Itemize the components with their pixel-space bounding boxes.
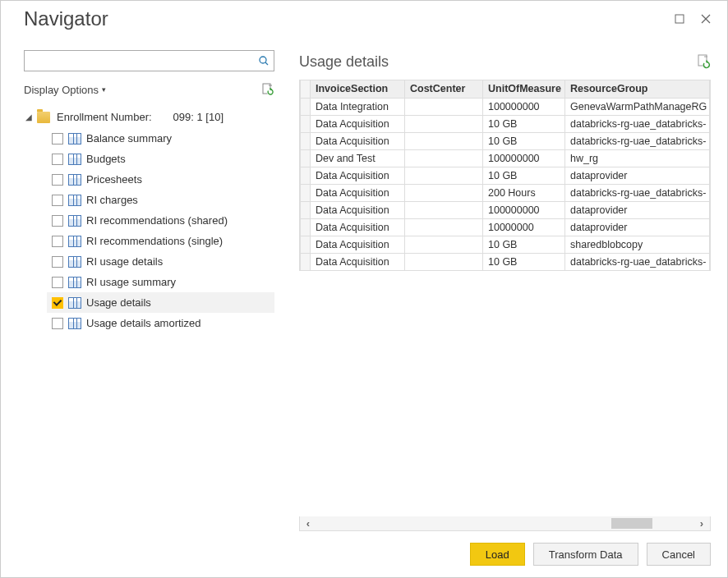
table-row[interactable]: Data Acquisition10000000dataprovider (301, 218, 710, 236)
refresh-icon (261, 83, 274, 96)
row-header (301, 115, 311, 132)
tree-root[interactable]: ◢ Enrollment Number: 099: 1 [10] (24, 108, 274, 126)
cell-costcenter (405, 132, 483, 149)
cell-resourcegroup: databricks-rg-uae_databricks- (565, 184, 710, 201)
table-row[interactable]: Data Acquisition10 GBdatabricks-rg-uae_d… (301, 115, 710, 132)
cell-invoicesection: Data Acquisition (311, 236, 405, 253)
checkbox[interactable] (52, 154, 63, 165)
table-icon (68, 195, 81, 206)
preview-table-wrap: InvoiceSection CostCenter UnitOfMeasure … (299, 80, 711, 271)
right-pane: Usage details InvoiceSection CostCenter … (299, 50, 711, 531)
display-options-row: Display Options ▾ (24, 80, 274, 99)
tree-item[interactable]: Balance summary (47, 128, 274, 149)
tree-item-label: RI usage summary (86, 276, 176, 288)
checkbox[interactable] (52, 318, 63, 329)
checkbox[interactable] (52, 236, 63, 247)
titlebar: Navigator (1, 1, 727, 37)
cell-costcenter (405, 218, 483, 236)
load-button[interactable]: Load (470, 543, 525, 566)
table-header-row: InvoiceSection CostCenter UnitOfMeasure … (301, 80, 710, 98)
tree-item[interactable]: Usage details (47, 292, 274, 313)
col-invoicesection[interactable]: InvoiceSection (311, 80, 405, 98)
table-row[interactable]: Data Acquisition10 GBsharedblobcopy (301, 236, 710, 253)
tree-item-label: Budgets (86, 153, 126, 165)
table-icon (68, 277, 81, 288)
horizontal-scrollbar[interactable]: ‹ › (299, 516, 711, 531)
maximize-button[interactable] (668, 7, 691, 30)
table-row[interactable]: Data Acquisition200 Hoursdatabricks-rg-u… (301, 184, 710, 201)
checkbox[interactable] (52, 174, 63, 186)
checkbox[interactable] (52, 215, 63, 227)
table-row[interactable]: Data Acquisition10 GBdatabricks-rg-uae_d… (301, 132, 710, 149)
footer: Load Transform Data Cancel (1, 531, 727, 577)
tree-root-label: Enrollment Number: (57, 111, 152, 123)
col-resourcegroup[interactable]: ResourceGroup (565, 80, 710, 98)
search-input[interactable] (25, 51, 254, 71)
svg-point-3 (260, 57, 266, 63)
tree-item[interactable]: Budgets (47, 149, 274, 169)
collapse-icon: ◢ (25, 112, 34, 122)
cell-resourcegroup: sharedblobcopy (565, 236, 710, 253)
tree-item[interactable]: RI charges (47, 190, 274, 210)
tree-item[interactable]: RI recommendations (single) (47, 231, 274, 251)
tree-item-label: Balance summary (86, 132, 172, 144)
scroll-thumb[interactable] (611, 518, 652, 529)
cell-invoicesection: Data Acquisition (311, 201, 405, 218)
checkbox[interactable] (52, 195, 63, 206)
cell-resourcegroup: dataprovider (565, 201, 710, 218)
cell-costcenter (405, 149, 483, 167)
cell-resourcegroup: GenevaWarmPathManageRG (565, 98, 710, 115)
tree-item-label: Pricesheets (86, 173, 142, 186)
cell-costcenter (405, 253, 483, 270)
cell-costcenter (405, 201, 483, 218)
cell-resourcegroup: databricks-rg-uae_databricks- (565, 132, 710, 149)
table-row[interactable]: Data Acquisition100000000dataprovider (301, 201, 710, 218)
preview-refresh-button[interactable] (696, 54, 711, 69)
search-icon (254, 55, 274, 67)
cancel-button[interactable]: Cancel (647, 543, 711, 566)
preview-header: Usage details (299, 50, 711, 73)
tree-item[interactable]: RI usage details (47, 251, 274, 272)
search-box[interactable] (24, 50, 274, 71)
tree-item[interactable]: RI usage summary (47, 272, 274, 292)
chevron-down-icon: ▾ (102, 85, 106, 94)
scroll-right-icon[interactable]: › (693, 516, 710, 530)
checkbox[interactable] (52, 297, 63, 309)
svg-rect-0 (675, 15, 684, 23)
row-header (301, 236, 311, 253)
cell-unitofmeasure: 100000000 (483, 149, 565, 167)
cell-invoicesection: Dev and Test (311, 149, 405, 167)
checkbox[interactable] (52, 277, 63, 288)
checkbox[interactable] (52, 256, 63, 268)
col-unitofmeasure[interactable]: UnitOfMeasure (483, 80, 565, 98)
refresh-tree-button[interactable] (261, 83, 274, 96)
tree-item[interactable]: Usage details amortized (47, 313, 274, 333)
display-options-button[interactable]: Display Options ▾ (24, 84, 106, 96)
checkbox[interactable] (52, 133, 63, 144)
tree-children: Balance summaryBudgetsPricesheetsRI char… (47, 128, 274, 333)
row-header (301, 167, 311, 184)
row-header (301, 218, 311, 236)
row-header (301, 184, 311, 201)
col-costcenter[interactable]: CostCenter (405, 80, 483, 98)
scroll-left-icon[interactable]: ‹ (300, 516, 316, 530)
tree-item-label: RI charges (86, 194, 138, 206)
table-row[interactable]: Data Integration100000000GenevaWarmPathM… (301, 98, 710, 115)
table-row[interactable]: Data Acquisition10 GBdatabricks-rg-uae_d… (301, 253, 710, 270)
display-options-label: Display Options (24, 84, 99, 96)
cell-unitofmeasure: 200 Hours (483, 184, 565, 201)
close-button[interactable] (694, 7, 717, 30)
cell-resourcegroup: hw_rg (565, 149, 710, 167)
transform-data-button[interactable]: Transform Data (533, 543, 638, 566)
table-row[interactable]: Data Acquisition10 GBdataprovider (301, 167, 710, 184)
table-icon (68, 236, 81, 247)
tree-item[interactable]: RI recommendations (shared) (47, 210, 274, 231)
tree-item[interactable]: Pricesheets (47, 169, 274, 190)
cell-invoicesection: Data Acquisition (311, 218, 405, 236)
row-header (301, 253, 311, 270)
table-row[interactable]: Dev and Test100000000hw_rg (301, 149, 710, 167)
cell-resourcegroup: dataprovider (565, 218, 710, 236)
cell-invoicesection: Data Acquisition (311, 167, 405, 184)
refresh-preview-icon (696, 54, 711, 69)
window-title: Navigator (24, 7, 108, 30)
